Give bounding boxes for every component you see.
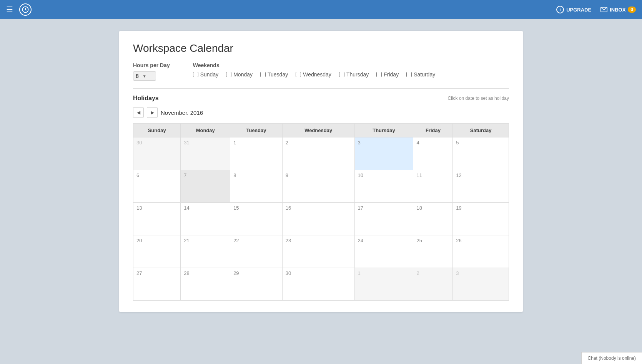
- calendar-header-saturday: Saturday: [453, 124, 509, 137]
- upgrade-icon: i: [556, 6, 564, 13]
- weekday-checkbox-sunday[interactable]: [193, 72, 198, 77]
- calendar-day[interactable]: 23: [282, 235, 354, 268]
- clock-icon[interactable]: [19, 3, 32, 16]
- inbox-button[interactable]: INBOX 0: [600, 7, 636, 13]
- calendar-day[interactable]: 28: [181, 268, 230, 301]
- weekday-item-wednesday: Wednesday: [296, 71, 331, 78]
- calendar-day[interactable]: 27: [133, 268, 181, 301]
- calendar-day[interactable]: 6: [133, 170, 181, 203]
- inbox-label: INBOX: [610, 7, 625, 13]
- calendar-header-tuesday: Tuesday: [230, 124, 283, 137]
- calendar-day[interactable]: 9: [282, 170, 354, 203]
- calendar-day[interactable]: 1: [230, 137, 283, 170]
- hours-per-day-label: Hours per Day: [133, 62, 170, 68]
- calendar-day[interactable]: 12: [453, 170, 509, 203]
- calendar-day[interactable]: 2: [413, 268, 453, 301]
- calendar-day[interactable]: 21: [181, 235, 230, 268]
- weekday-item-monday: Monday: [226, 71, 253, 78]
- calendar-day[interactable]: 18: [413, 203, 453, 235]
- calendar-day[interactable]: 1: [354, 268, 413, 301]
- calendar-day[interactable]: 30: [282, 268, 354, 301]
- holidays-title: Holidays: [133, 95, 159, 102]
- hours-dropdown[interactable]: 8 ▼: [133, 71, 156, 81]
- main-content: Workspace Calendar Hours per Day 8 ▼ Wee…: [0, 19, 642, 364]
- calendar-day[interactable]: 10: [354, 170, 413, 203]
- upgrade-label: UPGRADE: [566, 7, 591, 13]
- calendar-day[interactable]: 26: [453, 235, 509, 268]
- hamburger-icon[interactable]: ☰: [6, 5, 13, 14]
- navbar-right: i UPGRADE INBOX 0: [556, 6, 636, 13]
- holiday-hint: Click on date to set as holiday: [448, 96, 509, 101]
- weekday-checkbox-saturday[interactable]: [406, 72, 412, 77]
- calendar-header-thursday: Thursday: [354, 124, 413, 137]
- calendar-day[interactable]: 17: [354, 203, 413, 235]
- upgrade-button[interactable]: i UPGRADE: [556, 6, 591, 13]
- calendar-day[interactable]: 22: [230, 235, 283, 268]
- hours-value: 8: [136, 73, 139, 79]
- inbox-badge: 0: [628, 7, 636, 13]
- weekday-checkbox-wednesday[interactable]: [296, 72, 301, 77]
- navbar-left: ☰: [6, 3, 32, 16]
- workspace-calendar-card: Workspace Calendar Hours per Day 8 ▼ Wee…: [119, 31, 523, 312]
- weekday-checkbox-monday[interactable]: [226, 72, 231, 77]
- calendar-header-monday: Monday: [181, 124, 230, 137]
- weekday-label-saturday: Saturday: [414, 71, 435, 78]
- dropdown-arrow-icon: ▼: [143, 74, 146, 78]
- weekday-checkbox-thursday[interactable]: [339, 72, 344, 77]
- weekday-label-thursday: Thursday: [346, 71, 369, 78]
- weekday-checkbox-tuesday[interactable]: [260, 72, 266, 77]
- weekday-item-saturday: Saturday: [406, 71, 435, 78]
- weekday-item-sunday: Sunday: [193, 71, 218, 78]
- prev-month-button[interactable]: ◀: [133, 107, 144, 118]
- calendar-day[interactable]: 3: [354, 137, 413, 170]
- chat-label: Chat (Nobody is online): [588, 356, 636, 361]
- weekday-label-friday: Friday: [384, 71, 399, 78]
- calendar-day[interactable]: 11: [413, 170, 453, 203]
- calendar-nav: ◀ ▶ November. 2016: [133, 107, 509, 118]
- calendar-day[interactable]: 24: [354, 235, 413, 268]
- calendar-day[interactable]: 16: [282, 203, 354, 235]
- calendar-day[interactable]: 8: [230, 170, 283, 203]
- page-title: Workspace Calendar: [133, 42, 509, 55]
- weekday-item-friday: Friday: [376, 71, 399, 78]
- weekday-item-thursday: Thursday: [339, 71, 369, 78]
- calendar-table: SundayMondayTuesdayWednesdayThursdayFrid…: [133, 123, 509, 301]
- calendar-day[interactable]: 29: [230, 268, 283, 301]
- month-label: November. 2016: [161, 109, 203, 116]
- weekday-checkbox-friday[interactable]: [376, 72, 382, 77]
- weekday-label-sunday: Sunday: [200, 71, 218, 78]
- weekends-section: Weekends SundayMondayTuesdayWednesdayThu…: [193, 62, 435, 81]
- calendar-day[interactable]: 7: [181, 170, 230, 203]
- calendar-day[interactable]: 5: [453, 137, 509, 170]
- calendar-day[interactable]: 4: [413, 137, 453, 170]
- weekday-item-tuesday: Tuesday: [260, 71, 288, 78]
- calendar-day[interactable]: 19: [453, 203, 509, 235]
- hours-per-day-section: Hours per Day 8 ▼: [133, 62, 170, 81]
- calendar-header-friday: Friday: [413, 124, 453, 137]
- next-month-button[interactable]: ▶: [147, 107, 158, 118]
- calendar-day[interactable]: 14: [181, 203, 230, 235]
- calendar-day[interactable]: 20: [133, 235, 181, 268]
- inbox-icon: [600, 7, 607, 12]
- calendar-header-sunday: Sunday: [133, 124, 181, 137]
- calendar-day[interactable]: 3: [453, 268, 509, 301]
- chat-bar[interactable]: Chat (Nobody is online): [581, 352, 642, 364]
- weekday-label-tuesday: Tuesday: [268, 71, 288, 78]
- weekends-label: Weekends: [193, 62, 435, 68]
- calendar-day[interactable]: 15: [230, 203, 283, 235]
- navbar: ☰ i UPGRADE INBOX 0: [0, 0, 642, 19]
- settings-row: Hours per Day 8 ▼ Weekends SundayMondayT…: [133, 62, 509, 81]
- calendar-day[interactable]: 30: [133, 137, 181, 170]
- calendar-day[interactable]: 2: [282, 137, 354, 170]
- weekday-label-wednesday: Wednesday: [303, 71, 331, 78]
- holidays-header: Holidays Click on date to set as holiday: [133, 95, 509, 102]
- weekday-label-monday: Monday: [233, 71, 253, 78]
- calendar-day[interactable]: 31: [181, 137, 230, 170]
- calendar-header-wednesday: Wednesday: [282, 124, 354, 137]
- weekday-list: SundayMondayTuesdayWednesdayThursdayFrid…: [193, 71, 435, 78]
- hours-select: 8 ▼: [133, 71, 170, 81]
- divider: [133, 88, 509, 89]
- calendar-day[interactable]: 25: [413, 235, 453, 268]
- calendar-day[interactable]: 13: [133, 203, 181, 235]
